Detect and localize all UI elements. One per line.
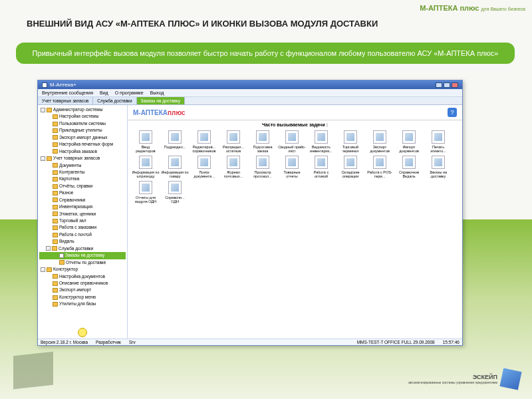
tree-label: Заказы на доставку [65, 253, 104, 258]
tree-item[interactable]: Утилиты для базы [39, 301, 126, 307]
tree-item[interactable]: Пользователи системы [39, 120, 126, 127]
task-podgotovka-zakaza[interactable]: Подготовка заказа [249, 130, 277, 153]
nav-tree[interactable]: -Администратор системыНастройки системыП… [38, 105, 128, 338]
product-logo: М-АПТЕКАплюс [133, 109, 185, 116]
tree-toggle[interactable]: - [46, 246, 51, 251]
tree-toggle[interactable]: - [41, 108, 45, 112]
task-zhurnal-pochtovykh[interactable]: Журнал почтовых... [219, 156, 247, 178]
task-icon [227, 156, 240, 169]
task-info-po-tovaru[interactable]: Информация по товару [161, 156, 189, 178]
task-poisk-dokumenta[interactable]: Поиск документа... [190, 156, 218, 178]
task-zakazy-na-dostavku[interactable]: Заказы на доставку [424, 156, 452, 178]
maximize-button[interactable] [444, 82, 450, 88]
task-label: Заказы на доставку [424, 170, 452, 178]
tree-item[interactable]: Инвентаризация [39, 203, 126, 210]
close-button[interactable] [452, 82, 458, 88]
task-import-dokumentov[interactable]: Импорт документов [395, 130, 423, 153]
task-podrazdeleniya[interactable]: Подраздел... [161, 130, 189, 153]
tree-item[interactable]: Торговый зал [39, 217, 126, 224]
main-banner: М-АПТЕКАплюс ? [128, 105, 462, 120]
folder-icon [53, 142, 58, 147]
tree-label: Работа с заказами [59, 225, 96, 230]
menu-item[interactable]: Выход [150, 90, 164, 95]
tree-item[interactable]: Документы [39, 162, 126, 169]
task-svodnyy-prays-list[interactable]: Сводный прайс-лист [278, 130, 306, 153]
tree-item[interactable]: Экспорт-импорт данных [39, 134, 126, 141]
task-torgovyy-terminal[interactable]: Торговый терминал [336, 130, 364, 153]
task-icon [373, 130, 386, 144]
tree-item[interactable]: Видаль [39, 238, 126, 245]
statusbar: Версия 2.18.2 г. Москва Разработчик Srv … [38, 338, 462, 345]
tree-item[interactable]: Описание справочников [39, 280, 126, 287]
task-spravochnik-vidal[interactable]: Справочник Видаль [395, 156, 423, 178]
titlebar[interactable]: М-Аптека+ [38, 80, 462, 89]
task-info-po-shtrikhkodu[interactable]: Информация по штрихкоду [132, 156, 160, 178]
tree-item[interactable]: Заказы на доставку [39, 252, 126, 259]
tree-item[interactable]: Справочники [39, 197, 126, 203]
task-icon [256, 156, 269, 169]
tree-label: Администратор системы [53, 107, 103, 112]
tasks-heading: Часто вызываемые задачи : [128, 120, 462, 129]
tree-label: Работа с почтой [59, 232, 92, 237]
slide-top-logo: М-АПТЕКА плюс для Вашего бизнеса [420, 4, 525, 12]
task-raspredel-ostatkov[interactable]: Распредел... остатков [219, 130, 247, 153]
menu-item[interactable]: Внутренние сообщения [42, 90, 93, 95]
task-icon [315, 130, 328, 144]
menu-item[interactable]: О программе [115, 90, 144, 95]
folder-icon [53, 274, 58, 279]
tree-item[interactable]: Этикетки, ценники [39, 211, 126, 217]
tree-item[interactable]: Настройки системы [39, 113, 126, 120]
menu-item[interactable]: Вид [100, 90, 108, 95]
tree-item[interactable]: Разное [39, 190, 126, 196]
tree-toggle[interactable]: - [41, 156, 45, 161]
minimize-button[interactable] [436, 82, 442, 88]
task-icon [285, 130, 299, 144]
tree-item[interactable]: Прикладные утилиты [39, 127, 126, 134]
task-label: Отчеты для модуля ОДН [132, 196, 160, 203]
tab[interactable]: Служба доставки [93, 97, 136, 104]
tree-item[interactable]: Настройка документов [39, 273, 126, 280]
folder-icon [53, 295, 58, 300]
footer-brand: ЭСКЕЙП автоматизированные системы управл… [408, 370, 520, 388]
task-skladskie-operatsii[interactable]: Складские операции [336, 156, 364, 178]
task-pechat-etiketo[interactable]: Печать этикето... [424, 130, 452, 153]
tree-item[interactable]: -Конструктор [39, 266, 126, 273]
tree-item[interactable]: Экспорт-импорт [39, 287, 126, 293]
task-rabota-s-pos-term[interactable]: Работа с POS-терм... [366, 156, 394, 178]
task-vedomost-inventariz[interactable]: Ведомость инвентариз... [307, 130, 335, 153]
tree-label: Документы [59, 163, 82, 168]
task-prosmotr-protokol[interactable]: Просмотр протокол... [249, 156, 277, 178]
tree-item[interactable]: -Учет товарных запасов [39, 155, 126, 162]
task-rabota-s-optikoy[interactable]: Работа с оптикой [307, 156, 335, 178]
tree-item[interactable]: -Администратор системы [39, 106, 126, 113]
folder-icon [53, 281, 58, 286]
tree-item[interactable]: Работа с заказами [39, 224, 126, 231]
task-eksport-dokumentov[interactable]: Экспорт документов [366, 130, 394, 153]
tree-item[interactable]: -Служба доставки [39, 245, 126, 252]
tree-item[interactable]: Конструктор меню [39, 294, 126, 301]
folder-icon [53, 128, 58, 133]
tree-item[interactable]: Картотека [39, 176, 126, 182]
tree-label: Отчеты по доставке [66, 260, 106, 265]
help-button[interactable]: ? [448, 108, 457, 117]
tree-item[interactable]: Отчёты, справки [39, 183, 126, 190]
tree-item[interactable]: Работа с почтой [39, 231, 126, 238]
task-label: Распредел... остатков [219, 145, 247, 153]
tree-toggle[interactable]: - [41, 267, 45, 272]
task-tovarnye-otchety[interactable]: Товарные отчеты [278, 156, 306, 178]
tree-item[interactable]: Настройка заказов [39, 148, 126, 155]
tree-label: Инвентаризация [59, 204, 92, 209]
task-label: Подраздел... [161, 145, 189, 149]
task-spravochniki-odn[interactable]: Справочн... ОДН [161, 181, 189, 203]
folder-icon [53, 302, 58, 307]
tree-item[interactable]: Настройка печатных форм [39, 141, 126, 148]
tab[interactable]: Заказы на доставку [137, 97, 185, 104]
task-vvod-redaktorov[interactable]: Ввод редакторов [132, 130, 160, 153]
tab[interactable]: Учет товарных запасов [38, 97, 93, 104]
task-redaktirov-spravochnikov[interactable]: Редактиров... справочников [190, 130, 218, 153]
tree-item[interactable]: Отчеты по доставке [39, 259, 126, 266]
tree-label: Настройки системы [59, 114, 98, 119]
task-icon [198, 156, 211, 169]
task-otchety-modul-odn[interactable]: Отчеты для модуля ОДН [132, 181, 160, 203]
tree-item[interactable]: Контрагенты [39, 169, 126, 176]
